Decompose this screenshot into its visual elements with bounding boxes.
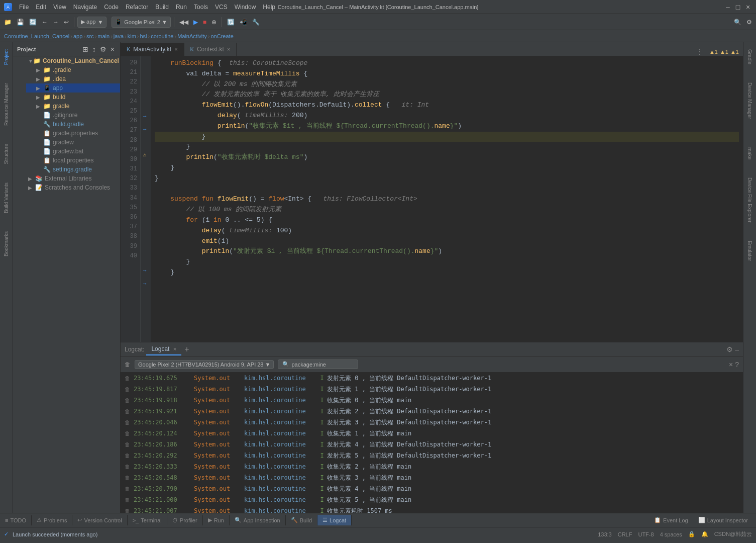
- menu-edit[interactable]: Edit: [33, 3, 49, 12]
- tree-item-8[interactable]: 📋gradle.properties: [26, 129, 120, 138]
- tree-item-4[interactable]: ▶📁build: [26, 93, 120, 102]
- tree-item-3[interactable]: ▶📱app: [26, 83, 120, 93]
- breadcrumb-item-0[interactable]: Coroutine_Launch_Cancel: [4, 33, 69, 39]
- sidebar-item-gradle[interactable]: Gradle: [746, 46, 753, 67]
- tree-item-12[interactable]: 🔧settings.gradle: [26, 165, 120, 174]
- menu-help[interactable]: Help: [260, 3, 278, 12]
- avd-icon[interactable]: 📲: [238, 18, 249, 27]
- bottom-tool-app-inspection[interactable]: 🔍App Inspection: [230, 515, 286, 525]
- sidebar-item-structure[interactable]: Structure: [3, 141, 10, 167]
- breadcrumb-item-6[interactable]: hsl: [140, 33, 147, 39]
- panel-layout-icon[interactable]: ⊞: [81, 45, 90, 54]
- log-delete-11[interactable]: 🗑: [125, 497, 134, 503]
- bottom-tool-run[interactable]: ▶Run: [203, 515, 230, 525]
- sidebar-item-device-manager[interactable]: Device Manager: [746, 79, 753, 122]
- sidebar-item-resource-manager[interactable]: Resource Manager: [3, 80, 10, 129]
- breadcrumb-item-8[interactable]: MainActivity: [177, 33, 207, 39]
- log-delete-8[interactable]: 🗑: [125, 464, 134, 470]
- sidebar-item-emulator[interactable]: Emulator: [746, 238, 753, 264]
- menu-run[interactable]: Run: [173, 3, 190, 12]
- layout-inspector-button[interactable]: ⬜Layout Inspector: [694, 516, 752, 524]
- breadcrumb-item-7[interactable]: coroutine: [151, 33, 173, 39]
- log-delete-5[interactable]: 🗑: [125, 430, 134, 437]
- event-log-button[interactable]: 📋Event Log: [650, 516, 692, 524]
- cursor-position[interactable]: 133:3: [598, 531, 612, 537]
- logcat-tab-close[interactable]: ×: [173, 346, 176, 352]
- log-delete-10[interactable]: 🗑: [125, 486, 134, 492]
- log-delete-0[interactable]: 🗑: [125, 375, 134, 382]
- menu-refactor[interactable]: Refactor: [123, 3, 151, 12]
- log-delete-1[interactable]: 🗑: [125, 386, 134, 393]
- close-button[interactable]: ×: [744, 3, 752, 11]
- sidebar-item-project[interactable]: Project: [3, 46, 10, 68]
- search-everywhere-icon[interactable]: 🔍: [732, 18, 743, 27]
- sync-icon[interactable]: 🔄: [27, 18, 39, 27]
- tab-mainactivity[interactable]: K MainActivity.kt ×: [121, 43, 184, 56]
- forward-icon[interactable]: →: [51, 18, 61, 27]
- breadcrumb-item-4[interactable]: java: [114, 33, 124, 39]
- tab-context-close[interactable]: ×: [227, 46, 230, 52]
- tree-item-2[interactable]: ▶📁.idea: [26, 74, 120, 83]
- logcat-filter-input[interactable]: 🔍 package:mine: [278, 359, 358, 369]
- encoding[interactable]: UTF-8: [638, 531, 654, 537]
- minimize-button[interactable]: –: [724, 3, 732, 11]
- log-delete-3[interactable]: 🗑: [125, 408, 134, 415]
- tab-context[interactable]: K Context.kt ×: [184, 43, 237, 56]
- bottom-tool-terminal[interactable]: >_Terminal: [128, 515, 167, 525]
- menu-vcs[interactable]: VCS: [212, 3, 231, 12]
- menu-file[interactable]: File: [16, 3, 32, 12]
- bottom-tool-profiler[interactable]: ⏱Profiler: [167, 515, 203, 525]
- sdk-icon[interactable]: 🔧: [250, 18, 262, 27]
- tree-item-6[interactable]: 📄.gitignore: [26, 111, 120, 120]
- menu-code[interactable]: Code: [101, 3, 122, 12]
- log-delete-7[interactable]: 🗑: [125, 452, 134, 459]
- log-delete-12[interactable]: 🗑: [125, 508, 134, 513]
- bottom-tool-version-control[interactable]: ↩Version Control: [72, 515, 127, 525]
- tree-item-13[interactable]: ▶📚External Libraries: [26, 174, 120, 183]
- tree-item-11[interactable]: 📋local.properties: [26, 156, 120, 165]
- bottom-tool-logcat[interactable]: ☰Logcat: [317, 515, 352, 525]
- run-icon[interactable]: ▶: [191, 18, 200, 27]
- tab-settings-icon[interactable]: ⋮: [696, 48, 703, 56]
- breadcrumb-item-5[interactable]: kim: [128, 33, 136, 39]
- menu-view[interactable]: View: [50, 3, 69, 12]
- menu-tools[interactable]: Tools: [191, 3, 211, 12]
- save-icon[interactable]: 💾: [15, 18, 26, 27]
- clear-filter-icon[interactable]: ×: [729, 360, 733, 369]
- breadcrumb-item-3[interactable]: main: [97, 33, 110, 39]
- panel-settings-icon[interactable]: ⚙: [98, 45, 108, 54]
- bottom-tool-problems[interactable]: ⚠Problems: [32, 515, 72, 525]
- tree-item-7[interactable]: 🔧build.gradle: [26, 120, 120, 129]
- log-delete-9[interactable]: 🗑: [125, 475, 134, 481]
- menu-build[interactable]: Build: [152, 3, 172, 12]
- sidebar-item-make[interactable]: make: [746, 144, 753, 162]
- maximize-button[interactable]: □: [734, 3, 742, 11]
- add-logcat-tab[interactable]: +: [181, 345, 192, 354]
- app-module-dropdown[interactable]: ▶ app ▼: [77, 17, 106, 28]
- log-delete-2[interactable]: 🗑: [125, 397, 134, 404]
- bottom-tool-todo[interactable]: ≡TODO: [0, 515, 32, 525]
- sidebar-item-device-file-explorer[interactable]: Device File Explorer: [746, 174, 753, 225]
- tab-mainactivity-close[interactable]: ×: [174, 46, 177, 52]
- help-icon[interactable]: ?: [735, 360, 739, 369]
- tree-item-0[interactable]: ▼📁Coroutine_Launch_Cancel: [26, 56, 120, 65]
- stop-icon[interactable]: ■: [201, 18, 208, 27]
- tree-item-14[interactable]: ▶📝Scratches and Consoles: [26, 183, 120, 192]
- gradle-sync-icon[interactable]: 🔃: [225, 18, 237, 27]
- settings-icon[interactable]: ⚙: [744, 18, 754, 27]
- logcat-settings-icon[interactable]: ⚙: [726, 345, 733, 353]
- tree-item-1[interactable]: ▶📁.gradle: [26, 65, 120, 74]
- device-dropdown[interactable]: 📱 Google Pixel 2 ▼: [112, 17, 171, 28]
- line-ending[interactable]: CRLF: [618, 531, 632, 537]
- undo-icon[interactable]: ↩: [62, 18, 71, 27]
- panel-close-icon[interactable]: ×: [109, 45, 116, 54]
- delete-logcat-icon[interactable]: 🗑: [125, 361, 131, 368]
- log-delete-4[interactable]: 🗑: [125, 419, 134, 426]
- tree-item-10[interactable]: 📄gradlew.bat: [26, 147, 120, 156]
- back-icon[interactable]: ←: [40, 18, 50, 27]
- panel-sort-icon[interactable]: ↕: [91, 45, 97, 54]
- bottom-tool-build[interactable]: 🔨Build: [286, 515, 317, 525]
- device-select[interactable]: Google Pixel 2 (HT7BV1A02915) Android 9,…: [135, 360, 274, 369]
- log-delete-6[interactable]: 🗑: [125, 441, 134, 448]
- tree-item-5[interactable]: ▶📁gradle: [26, 102, 120, 111]
